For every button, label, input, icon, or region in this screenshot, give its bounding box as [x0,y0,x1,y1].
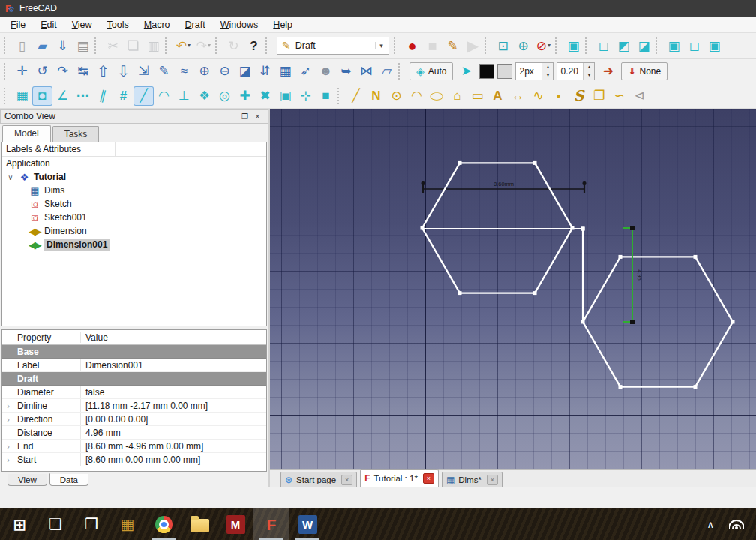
snap-near-icon[interactable]: ∠ [52,86,73,106]
menu-windows[interactable]: Windows [213,18,266,32]
rear-view-icon[interactable]: ▣ [664,36,684,56]
close-tab-icon[interactable]: × [487,475,498,485]
bottom-view-icon[interactable]: ◻ [684,36,704,56]
snap-center-icon[interactable]: ◎ [214,86,235,106]
left-view-icon[interactable]: ▣ [704,36,724,56]
draft-to-sketch-icon[interactable]: ⇵ [255,62,275,81]
expand-icon[interactable]: › [2,412,14,425]
snap-grid-icon[interactable]: # [113,86,134,106]
copy-icon[interactable]: ❏ [123,36,143,56]
property-row-start[interactable]: › Start [8.60 mm 0.00 mm 0.00 mm] [2,453,266,466]
spin-down-icon[interactable]: ▼ [542,71,553,80]
float-panel-icon[interactable]: ❐ [238,112,251,121]
trimex-icon[interactable]: ↹ [73,62,93,81]
fit-all-icon[interactable]: ⊡ [493,36,513,56]
snap-special-icon[interactable]: ❖ [194,86,214,106]
tree-expander-icon[interactable]: ∨ [6,173,15,182]
clone-icon[interactable]: ☻ [316,62,336,81]
tree-item-dimension[interactable]: ◀▶ Dimension [2,224,266,238]
close-tab-icon[interactable]: × [423,473,434,484]
snap-lock-icon[interactable]: ◘ [32,86,52,106]
mirror-icon[interactable]: ⋈ [356,62,376,81]
polygon-tool-icon[interactable]: ⌂ [447,86,467,106]
workbench-selector[interactable]: ✎ Draft ▾ [277,37,389,55]
snap-intersection-icon[interactable]: ✖ [255,86,275,106]
doc-tab-start-page[interactable]: ⊛ Start page × [280,472,357,487]
point-tool-icon[interactable]: ● [548,86,568,106]
close-panel-icon[interactable]: × [251,112,264,121]
property-row-diameter[interactable]: Diameter false [2,386,266,399]
word-button[interactable]: W [290,508,326,540]
property-row-distance[interactable]: Distance 4.96 mm [2,426,266,440]
file-explorer-button[interactable] [182,508,218,540]
task-view-button[interactable]: ❏ [38,508,74,540]
spin-down-icon[interactable]: ▼ [584,71,594,80]
menu-edit[interactable]: Edit [33,18,64,32]
whats-this-icon[interactable]: ? [244,36,264,56]
snap-midpoint-icon[interactable]: ⋯ [73,86,93,106]
macro-edit-icon[interactable]: ✎ [442,36,463,56]
snap-parallel-icon[interactable]: ∥ [93,86,113,106]
menu-help[interactable]: Help [266,18,300,32]
menu-file[interactable]: File [3,18,33,32]
rotate-icon[interactable]: ↺ [32,62,52,81]
property-group-base[interactable]: Base [2,345,266,358]
heal-icon[interactable]: ➥ [336,62,356,81]
line-tool-icon[interactable]: ╱ [346,86,366,106]
wire-to-bspline-icon[interactable]: ≈ [174,62,194,81]
tree-item-dimension001[interactable]: ◀▶ Dimension001 [2,238,266,251]
menu-view[interactable]: View [64,18,100,32]
property-row-direction[interactable]: › Direction [0.00 0.00 0.00] [2,412,266,426]
expand-icon[interactable] [2,358,14,371]
snap-dimensions-icon[interactable]: ⊹ [296,86,316,106]
toolbar-handle[interactable] [398,63,404,80]
doc-tab-dims[interactable]: ▦ Dims* × [442,472,502,487]
property-view-tab[interactable]: Data [50,473,88,486]
m-app-button[interactable]: M [218,508,254,540]
expand-icon[interactable]: › [2,440,14,452]
rectangle-tool-icon[interactable]: ▭ [467,86,488,106]
chrome-button[interactable] [146,508,182,540]
expand-icon[interactable] [2,386,14,398]
expand-icon[interactable] [2,426,14,439]
close-tab-icon[interactable]: × [341,475,352,485]
scale-icon[interactable]: ⇲ [134,62,154,81]
spin-up-icon[interactable]: ▲ [584,63,594,72]
front-view-icon[interactable]: ◻ [593,36,614,56]
paste-icon[interactable]: ▥ [143,36,164,56]
doc-tab-tutorial[interactable]: F Tutorial : 1* × [360,470,439,487]
property-group-draft[interactable]: Draft [2,372,266,386]
expand-icon[interactable] [2,345,14,358]
toolbar-handle[interactable] [4,63,9,80]
stretch-icon[interactable]: ▱ [376,62,397,81]
move-icon[interactable]: ✛ [12,62,32,81]
property-view-tab[interactable]: View [8,473,47,486]
expand-icon[interactable]: › [2,399,14,412]
ellipse-tool-icon[interactable]: ◯ [427,86,447,106]
menu-draft[interactable]: Draft [178,18,213,32]
bezier-tool-icon[interactable]: ∽ [609,86,629,106]
tree-item-application[interactable]: Application [2,157,266,170]
label-tool-icon[interactable]: ⊲ [629,86,650,106]
upgrade-icon[interactable]: ⇧ [93,62,113,81]
shapestring-tool-icon[interactable]: S [568,86,589,106]
tray-expand-icon[interactable]: ∧ [706,519,714,530]
refresh-icon[interactable]: ↻ [224,36,244,56]
toolbar-handle[interactable] [266,38,271,54]
open-folder-icon[interactable]: ▰ [32,36,52,56]
zoom-icon[interactable]: ⊕ [513,36,533,56]
snap-working-plane-icon[interactable]: ■ [316,86,336,106]
3d-viewport[interactable]: 8.60mm4.96 [270,109,756,470]
freecad-button[interactable]: F [254,508,290,540]
line-color-swatch[interactable] [479,64,494,79]
axonometric-view-icon[interactable]: ▣ [563,36,584,56]
menu-tools[interactable]: Tools [100,18,136,32]
scale-spinbox[interactable]: 0.20 ▲▼ [556,62,595,80]
polyline-tool-icon[interactable]: N [366,86,386,106]
start-button[interactable]: ⊞ [2,508,38,540]
macro-stop-icon[interactable]: ■ [422,36,442,56]
delete-point-icon[interactable]: ⊖ [214,62,235,81]
autogroup-button[interactable]: ⇓ None [621,62,668,80]
snap-endpoint-icon[interactable]: ╱ [134,86,154,106]
expand-icon[interactable]: › [2,453,14,466]
